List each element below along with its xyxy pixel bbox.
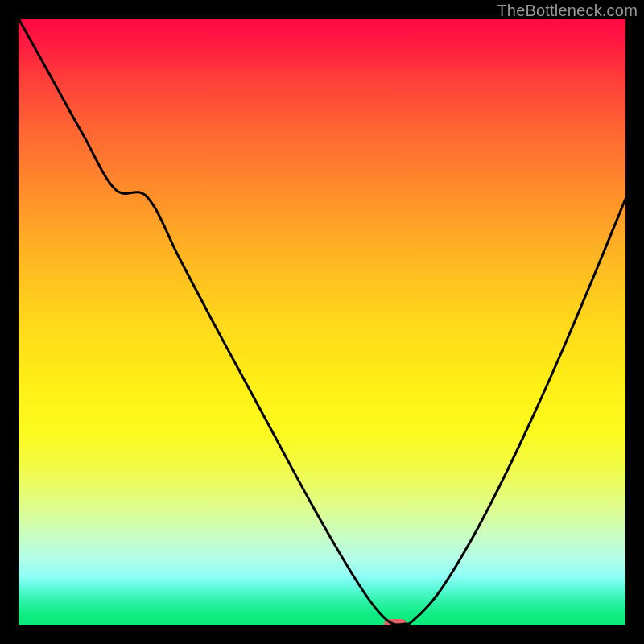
watermark-text: TheBottleneck.com [497,2,638,20]
curve-svg [19,19,625,625]
plot-area [19,19,625,625]
chart-container: TheBottleneck.com [0,0,644,644]
bottleneck-curve-path [19,19,625,625]
